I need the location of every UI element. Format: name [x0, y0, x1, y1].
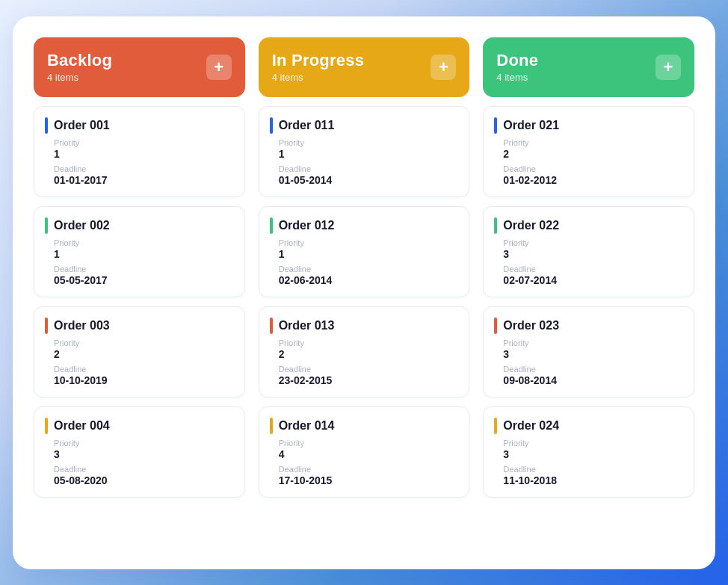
card-accent-c6: [270, 217, 273, 234]
card-c11[interactable]: Order 023Priority3Deadline09-08-2014: [483, 306, 694, 397]
priority-label-c12: Priority: [503, 439, 682, 448]
card-c4[interactable]: Order 004Priority3Deadline05-08-2020: [34, 406, 245, 498]
deadline-label-c5: Deadline: [279, 164, 457, 173]
deadline-label-c9: Deadline: [503, 164, 682, 173]
deadline-label-c2: Deadline: [54, 264, 232, 273]
card-title-c8: Order 014: [279, 419, 335, 433]
priority-label-c4: Priority: [54, 439, 232, 448]
card-c5[interactable]: Order 011Priority1Deadline01-05-2014: [259, 106, 470, 197]
card-title-c7: Order 013: [279, 319, 335, 332]
card-title-c3: Order 003: [54, 319, 110, 332]
column-header-done: Done4 items+: [483, 37, 694, 97]
priority-label-c11: Priority: [503, 338, 682, 347]
card-accent-c10: [494, 217, 497, 234]
card-c8[interactable]: Order 014Priority4Deadline17-10-2015: [259, 406, 470, 498]
priority-value-c7: 2: [279, 348, 457, 360]
deadline-label-c4: Deadline: [54, 465, 232, 474]
card-accent-c12: [494, 418, 497, 434]
column-header-backlog: Backlog4 items+: [34, 37, 245, 97]
card-title-c10: Order 022: [503, 219, 559, 232]
card-c1[interactable]: Order 001Priority1Deadline01-01-2017: [34, 106, 245, 197]
card-title-c12: Order 024: [503, 419, 559, 433]
card-accent-c5: [270, 117, 273, 134]
priority-label-c5: Priority: [279, 138, 457, 147]
priority-value-c5: 1: [279, 148, 457, 160]
deadline-label-c8: Deadline: [279, 465, 457, 474]
deadline-label-c10: Deadline: [503, 264, 682, 273]
deadline-label-c11: Deadline: [503, 365, 682, 374]
priority-value-c2: 1: [54, 248, 232, 260]
column-subtitle-inprogress: 4 items: [272, 72, 364, 83]
card-c12[interactable]: Order 024Priority3Deadline11-10-2018: [483, 406, 694, 498]
deadline-label-c3: Deadline: [54, 365, 232, 374]
kanban-board: Backlog4 items+Order 001Priority1Deadlin…: [13, 16, 715, 569]
priority-label-c7: Priority: [279, 338, 457, 347]
priority-label-c1: Priority: [54, 138, 232, 147]
priority-label-c6: Priority: [279, 238, 457, 247]
card-c7[interactable]: Order 013Priority2Deadline23-02-2015: [259, 306, 470, 397]
priority-value-c10: 3: [503, 248, 682, 260]
priority-value-c9: 2: [503, 148, 682, 160]
card-c3[interactable]: Order 003Priority2Deadline10-10-2019: [34, 306, 245, 397]
priority-value-c1: 1: [54, 148, 232, 160]
deadline-value-c8: 17-10-2015: [279, 474, 457, 486]
deadline-value-c7: 23-02-2015: [279, 374, 457, 386]
column-subtitle-backlog: 4 items: [47, 72, 112, 83]
column-title-done: Done: [496, 51, 538, 70]
deadline-label-c12: Deadline: [503, 465, 682, 474]
card-c2[interactable]: Order 002Priority1Deadline05-05-2017: [34, 206, 245, 297]
card-title-c5: Order 011: [279, 119, 335, 132]
card-accent-c7: [270, 318, 273, 334]
priority-label-c8: Priority: [279, 439, 457, 448]
card-accent-c1: [45, 117, 48, 134]
card-accent-c2: [45, 217, 48, 234]
deadline-value-c3: 10-10-2019: [54, 374, 232, 386]
column-title-inprogress: In Progress: [272, 51, 364, 70]
deadline-value-c10: 02-07-2014: [503, 274, 682, 286]
priority-value-c4: 3: [54, 448, 232, 460]
card-title-c9: Order 021: [503, 119, 559, 132]
priority-label-c10: Priority: [503, 238, 682, 247]
deadline-value-c4: 05-08-2020: [54, 474, 232, 486]
priority-value-c12: 3: [503, 448, 682, 460]
priority-value-c11: 3: [503, 348, 682, 360]
priority-value-c3: 2: [54, 348, 232, 360]
card-c9[interactable]: Order 021Priority2Deadline01-02-2012: [483, 106, 694, 197]
add-button-backlog[interactable]: +: [206, 55, 232, 80]
priority-label-c2: Priority: [54, 238, 232, 247]
column-done: Done4 items+Order 021Priority2Deadline01…: [483, 37, 694, 548]
add-button-done[interactable]: +: [655, 55, 681, 80]
deadline-value-c11: 09-08-2014: [503, 374, 682, 386]
priority-label-c9: Priority: [503, 138, 682, 147]
priority-label-c3: Priority: [54, 338, 232, 347]
deadline-label-c6: Deadline: [279, 264, 457, 273]
priority-value-c6: 1: [279, 248, 457, 260]
add-button-inprogress[interactable]: +: [431, 55, 456, 80]
card-accent-c3: [45, 318, 48, 334]
column-backlog: Backlog4 items+Order 001Priority1Deadlin…: [34, 37, 245, 548]
card-accent-c9: [494, 117, 497, 134]
column-subtitle-done: 4 items: [496, 72, 538, 83]
card-accent-c4: [45, 418, 48, 434]
deadline-value-c2: 05-05-2017: [54, 274, 232, 286]
deadline-value-c9: 01-02-2012: [503, 174, 682, 186]
card-title-c4: Order 004: [54, 419, 110, 433]
deadline-value-c5: 01-05-2014: [279, 174, 457, 186]
column-inprogress: In Progress4 items+Order 011Priority1Dea…: [259, 37, 470, 548]
deadline-label-c1: Deadline: [54, 164, 232, 173]
deadline-value-c1: 01-01-2017: [54, 174, 232, 186]
card-c6[interactable]: Order 012Priority1Deadline02-06-2014: [259, 206, 470, 297]
priority-value-c8: 4: [279, 448, 457, 460]
card-c10[interactable]: Order 022Priority3Deadline02-07-2014: [483, 206, 694, 297]
card-title-c6: Order 012: [279, 219, 335, 232]
card-title-c2: Order 002: [54, 219, 110, 232]
card-title-c11: Order 023: [503, 319, 559, 332]
deadline-value-c12: 11-10-2018: [503, 474, 682, 486]
card-accent-c11: [494, 318, 497, 334]
deadline-value-c6: 02-06-2014: [279, 274, 457, 286]
deadline-label-c7: Deadline: [279, 365, 457, 374]
card-title-c1: Order 001: [54, 119, 110, 132]
card-accent-c8: [270, 418, 273, 434]
column-title-backlog: Backlog: [47, 51, 112, 70]
column-header-inprogress: In Progress4 items+: [259, 37, 470, 97]
